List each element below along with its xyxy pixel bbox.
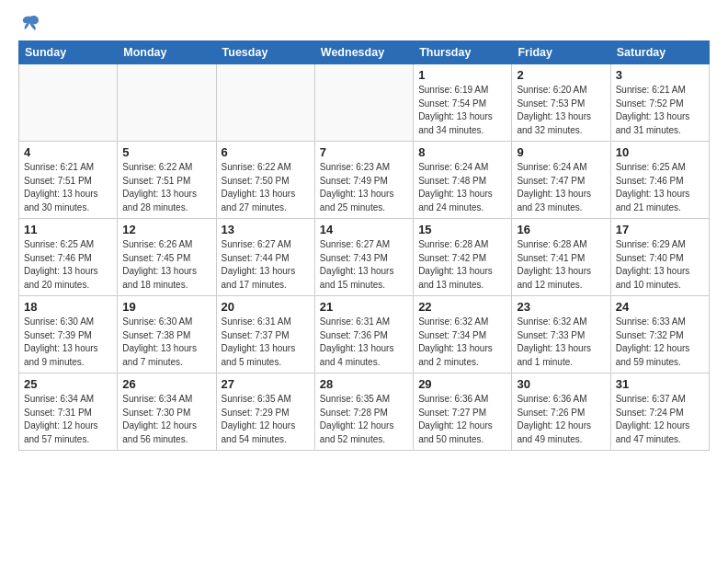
- calendar-cell: 13Sunrise: 6:27 AMSunset: 7:44 PMDayligh…: [216, 219, 314, 296]
- day-detail: Sunrise: 6:21 AMSunset: 7:51 PMDaylight:…: [24, 161, 112, 214]
- day-number: 14: [320, 223, 408, 236]
- calendar-cell: 5Sunrise: 6:22 AMSunset: 7:51 PMDaylight…: [118, 142, 216, 219]
- calendar-cell: [216, 64, 314, 142]
- calendar-cell: 21Sunrise: 6:31 AMSunset: 7:36 PMDayligh…: [314, 296, 413, 373]
- day-number: 24: [616, 300, 704, 314]
- day-number: 26: [122, 377, 210, 391]
- calendar-table: SundayMondayTuesdayWednesdayThursdayFrid…: [18, 40, 710, 451]
- calendar-cell: 30Sunrise: 6:36 AMSunset: 7:26 PMDayligh…: [512, 373, 610, 451]
- day-number: 19: [122, 300, 210, 314]
- day-number: 2: [517, 68, 605, 82]
- day-detail: Sunrise: 6:37 AMSunset: 7:24 PMDaylight:…: [616, 393, 704, 446]
- calendar-cell: 16Sunrise: 6:28 AMSunset: 7:41 PMDayligh…: [512, 219, 610, 296]
- weekday-header-thursday: Thursday: [414, 41, 512, 64]
- day-number: 29: [418, 377, 506, 391]
- day-detail: Sunrise: 6:34 AMSunset: 7:31 PMDaylight:…: [24, 393, 112, 446]
- day-detail: Sunrise: 6:22 AMSunset: 7:50 PMDaylight:…: [222, 161, 310, 214]
- day-number: 4: [24, 145, 112, 159]
- day-number: 7: [320, 145, 408, 159]
- day-number: 17: [616, 223, 704, 236]
- day-detail: Sunrise: 6:25 AMSunset: 7:46 PMDaylight:…: [616, 161, 704, 214]
- day-detail: Sunrise: 6:31 AMSunset: 7:37 PMDaylight:…: [222, 316, 310, 369]
- logo-bird-icon: [20, 13, 40, 33]
- weekday-header-row: SundayMondayTuesdayWednesdayThursdayFrid…: [19, 41, 710, 64]
- calendar-cell: 24Sunrise: 6:33 AMSunset: 7:32 PMDayligh…: [610, 296, 709, 373]
- calendar-week-5: 25Sunrise: 6:34 AMSunset: 7:31 PMDayligh…: [19, 373, 710, 451]
- day-number: 6: [222, 145, 310, 159]
- day-detail: Sunrise: 6:26 AMSunset: 7:45 PMDaylight:…: [122, 238, 210, 292]
- day-number: 8: [418, 145, 506, 159]
- calendar-cell: 28Sunrise: 6:35 AMSunset: 7:28 PMDayligh…: [314, 373, 413, 451]
- calendar-cell: 3Sunrise: 6:21 AMSunset: 7:52 PMDaylight…: [610, 64, 709, 142]
- calendar-cell: 12Sunrise: 6:26 AMSunset: 7:45 PMDayligh…: [118, 219, 216, 296]
- day-detail: Sunrise: 6:31 AMSunset: 7:36 PMDaylight:…: [320, 316, 408, 369]
- calendar-cell: 25Sunrise: 6:34 AMSunset: 7:31 PMDayligh…: [19, 373, 118, 451]
- calendar-cell: 15Sunrise: 6:28 AMSunset: 7:42 PMDayligh…: [414, 219, 512, 296]
- calendar-week-1: 1Sunrise: 6:19 AMSunset: 7:54 PMDaylight…: [19, 64, 710, 142]
- calendar-cell: 9Sunrise: 6:24 AMSunset: 7:47 PMDaylight…: [512, 142, 610, 219]
- calendar-cell: [314, 64, 413, 142]
- day-number: 15: [418, 223, 506, 236]
- logo: [18, 15, 40, 33]
- day-detail: Sunrise: 6:35 AMSunset: 7:29 PMDaylight:…: [222, 393, 310, 446]
- calendar-cell: 19Sunrise: 6:30 AMSunset: 7:38 PMDayligh…: [118, 296, 216, 373]
- page-header: [18, 15, 710, 33]
- weekday-header-sunday: Sunday: [19, 41, 118, 64]
- weekday-header-saturday: Saturday: [610, 41, 709, 64]
- weekday-header-monday: Monday: [118, 41, 216, 64]
- day-detail: Sunrise: 6:30 AMSunset: 7:38 PMDaylight:…: [122, 316, 210, 369]
- day-detail: Sunrise: 6:34 AMSunset: 7:30 PMDaylight:…: [122, 393, 210, 446]
- day-number: 20: [222, 300, 310, 314]
- calendar-cell: 31Sunrise: 6:37 AMSunset: 7:24 PMDayligh…: [610, 373, 709, 451]
- day-detail: Sunrise: 6:22 AMSunset: 7:51 PMDaylight:…: [122, 161, 210, 214]
- day-number: 9: [517, 145, 605, 159]
- calendar-cell: 6Sunrise: 6:22 AMSunset: 7:50 PMDaylight…: [216, 142, 314, 219]
- day-number: 16: [517, 223, 605, 236]
- calendar-cell: 23Sunrise: 6:32 AMSunset: 7:33 PMDayligh…: [512, 296, 610, 373]
- day-number: 13: [222, 223, 310, 236]
- day-number: 28: [320, 377, 408, 391]
- day-detail: Sunrise: 6:32 AMSunset: 7:34 PMDaylight:…: [418, 316, 506, 369]
- day-detail: Sunrise: 6:23 AMSunset: 7:49 PMDaylight:…: [320, 161, 408, 214]
- day-detail: Sunrise: 6:36 AMSunset: 7:26 PMDaylight:…: [517, 393, 605, 446]
- calendar-cell: [19, 64, 118, 142]
- day-number: 25: [24, 377, 112, 391]
- calendar-cell: 22Sunrise: 6:32 AMSunset: 7:34 PMDayligh…: [414, 296, 512, 373]
- day-number: 3: [616, 68, 704, 82]
- calendar-cell: 11Sunrise: 6:25 AMSunset: 7:46 PMDayligh…: [19, 219, 118, 296]
- calendar-cell: 7Sunrise: 6:23 AMSunset: 7:49 PMDaylight…: [314, 142, 413, 219]
- day-detail: Sunrise: 6:36 AMSunset: 7:27 PMDaylight:…: [418, 393, 506, 446]
- day-detail: Sunrise: 6:19 AMSunset: 7:54 PMDaylight:…: [418, 84, 506, 137]
- calendar-cell: 26Sunrise: 6:34 AMSunset: 7:30 PMDayligh…: [118, 373, 216, 451]
- day-detail: Sunrise: 6:28 AMSunset: 7:41 PMDaylight:…: [517, 238, 605, 292]
- calendar-cell: 18Sunrise: 6:30 AMSunset: 7:39 PMDayligh…: [19, 296, 118, 373]
- weekday-header-friday: Friday: [512, 41, 610, 64]
- day-detail: Sunrise: 6:24 AMSunset: 7:48 PMDaylight:…: [418, 161, 506, 214]
- day-detail: Sunrise: 6:24 AMSunset: 7:47 PMDaylight:…: [517, 161, 605, 214]
- day-detail: Sunrise: 6:28 AMSunset: 7:42 PMDaylight:…: [418, 238, 506, 292]
- calendar-cell: 2Sunrise: 6:20 AMSunset: 7:53 PMDaylight…: [512, 64, 610, 142]
- day-number: 31: [616, 377, 704, 391]
- day-detail: Sunrise: 6:21 AMSunset: 7:52 PMDaylight:…: [616, 84, 704, 137]
- calendar-week-3: 11Sunrise: 6:25 AMSunset: 7:46 PMDayligh…: [19, 219, 710, 296]
- day-detail: Sunrise: 6:33 AMSunset: 7:32 PMDaylight:…: [616, 316, 704, 369]
- calendar-week-4: 18Sunrise: 6:30 AMSunset: 7:39 PMDayligh…: [19, 296, 710, 373]
- day-number: 1: [418, 68, 506, 82]
- day-number: 10: [616, 145, 704, 159]
- calendar-cell: 8Sunrise: 6:24 AMSunset: 7:48 PMDaylight…: [414, 142, 512, 219]
- calendar-cell: 14Sunrise: 6:27 AMSunset: 7:43 PMDayligh…: [314, 219, 413, 296]
- day-number: 30: [517, 377, 605, 391]
- day-detail: Sunrise: 6:20 AMSunset: 7:53 PMDaylight:…: [517, 84, 605, 137]
- day-detail: Sunrise: 6:30 AMSunset: 7:39 PMDaylight:…: [24, 316, 112, 369]
- weekday-header-wednesday: Wednesday: [314, 41, 413, 64]
- day-number: 18: [24, 300, 112, 314]
- calendar-cell: 1Sunrise: 6:19 AMSunset: 7:54 PMDaylight…: [414, 64, 512, 142]
- calendar-cell: 29Sunrise: 6:36 AMSunset: 7:27 PMDayligh…: [414, 373, 512, 451]
- weekday-header-tuesday: Tuesday: [216, 41, 314, 64]
- day-detail: Sunrise: 6:27 AMSunset: 7:44 PMDaylight:…: [222, 238, 310, 292]
- day-number: 23: [517, 300, 605, 314]
- calendar-cell: 10Sunrise: 6:25 AMSunset: 7:46 PMDayligh…: [610, 142, 709, 219]
- calendar-cell: 27Sunrise: 6:35 AMSunset: 7:29 PMDayligh…: [216, 373, 314, 451]
- calendar-week-2: 4Sunrise: 6:21 AMSunset: 7:51 PMDaylight…: [19, 142, 710, 219]
- calendar-cell: [118, 64, 216, 142]
